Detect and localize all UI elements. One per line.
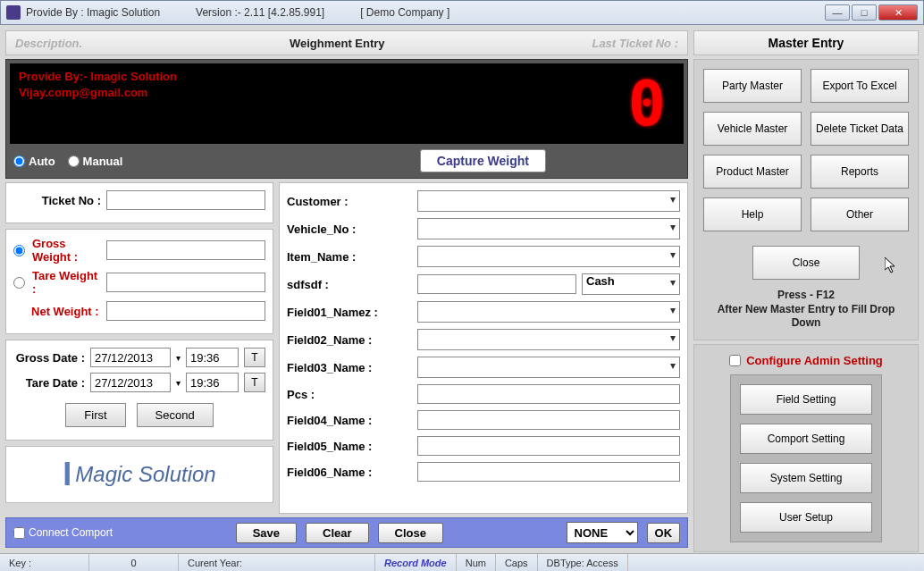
entry-header: Description. Weighment Entry Last Ticket… bbox=[5, 30, 688, 55]
gross-weight-label: Gross Weight : bbox=[32, 237, 101, 264]
master-close-button[interactable]: Close bbox=[752, 246, 860, 280]
admin-header[interactable]: Configure Admin Setting bbox=[729, 354, 883, 367]
other-button[interactable]: Other bbox=[811, 197, 909, 231]
f4-label: Field04_Name : bbox=[287, 414, 412, 427]
product-master-button[interactable]: Product Master bbox=[703, 155, 802, 189]
status-caps: Caps bbox=[496, 554, 538, 571]
f5-label: Field05_Name : bbox=[287, 440, 412, 453]
item-label: Item_Name : bbox=[287, 250, 412, 264]
tare-time-input[interactable] bbox=[186, 373, 239, 392]
title-provide: Provide By : Imagic Solution bbox=[26, 6, 160, 19]
customer-label: Customer : bbox=[287, 195, 412, 208]
tare-weight-label: Tare Weight : bbox=[32, 269, 101, 296]
status-bar: Key : 0 Curent Year: Record Mode Num Cap… bbox=[0, 553, 924, 571]
gross-weight-input[interactable] bbox=[106, 240, 265, 260]
master-hint: Press - F12 After New Master Entry to Fi… bbox=[703, 289, 909, 331]
ticket-label: Ticket No : bbox=[13, 194, 101, 207]
status-key: Key : bbox=[0, 554, 89, 571]
user-setup-button[interactable]: User Setup bbox=[740, 502, 872, 533]
save-button[interactable]: Save bbox=[236, 523, 297, 543]
second-button[interactable]: Second bbox=[137, 403, 214, 427]
f6-label: Field06_Name : bbox=[287, 466, 412, 479]
sdf-input[interactable] bbox=[417, 274, 576, 294]
net-weight-input[interactable] bbox=[106, 301, 265, 321]
status-keyval: 0 bbox=[89, 554, 179, 571]
customer-dropdown[interactable] bbox=[417, 190, 680, 212]
header-desc: Description. bbox=[15, 37, 82, 50]
mode-manual-radio[interactable] bbox=[68, 155, 80, 167]
gross-t-button[interactable]: T bbox=[244, 348, 265, 367]
status-db: DBType: Access bbox=[538, 554, 628, 571]
f2-dropdown[interactable] bbox=[417, 329, 680, 350]
f3-label: Field03_Name : bbox=[287, 361, 412, 374]
header-title: Weighment Entry bbox=[82, 37, 592, 50]
titlebar: Provide By : Imagic Solution Version :- … bbox=[0, 0, 924, 25]
close-button[interactable]: Close bbox=[378, 523, 443, 543]
gross-time-input[interactable] bbox=[186, 348, 239, 367]
logo: IMagic Solution bbox=[5, 446, 273, 503]
tare-date-input[interactable] bbox=[90, 373, 171, 392]
gross-date-input[interactable] bbox=[90, 348, 171, 367]
f5-input[interactable] bbox=[417, 436, 680, 456]
first-button[interactable]: First bbox=[65, 403, 125, 427]
lcd-digit: 0 bbox=[628, 67, 666, 140]
master-entry-header: Master Entry bbox=[693, 30, 919, 55]
gross-date-label: Gross Date : bbox=[13, 351, 85, 365]
f1-label: Field01_Namez : bbox=[287, 306, 412, 319]
none-select[interactable]: NONE bbox=[567, 522, 638, 543]
status-num: Num bbox=[457, 554, 496, 571]
tare-date-label: Tare Date : bbox=[13, 376, 85, 390]
f2-label: Field02_Name : bbox=[287, 333, 412, 347]
vehicle-master-button[interactable]: Vehicle Master bbox=[703, 112, 802, 146]
minimize-button[interactable]: — bbox=[825, 4, 850, 21]
f3-dropdown[interactable] bbox=[417, 357, 680, 378]
pcs-label: Pcs : bbox=[287, 388, 412, 401]
mode-auto-radio[interactable] bbox=[13, 155, 25, 167]
sdf-label: sdfsdf : bbox=[287, 278, 412, 291]
clear-button[interactable]: Clear bbox=[306, 523, 369, 543]
vehicle-label: Vehicle_No : bbox=[287, 223, 412, 236]
maximize-button[interactable]: □ bbox=[852, 4, 877, 21]
net-weight-label: Net Weight : bbox=[31, 305, 101, 318]
pcs-input[interactable] bbox=[417, 384, 680, 404]
connect-comport-check[interactable]: Connect Comport bbox=[13, 526, 113, 539]
capture-weight-button[interactable]: Capture Weight bbox=[420, 149, 546, 172]
export-excel-button[interactable]: Export To Excel bbox=[811, 69, 909, 103]
tare-weight-input[interactable] bbox=[106, 273, 265, 292]
comport-setting-button[interactable]: Comport Setting bbox=[740, 424, 872, 454]
title-version: Version :- 2.11 [4.2.85.991] bbox=[196, 6, 324, 19]
app-icon bbox=[6, 5, 21, 20]
ok-button[interactable]: OK bbox=[647, 523, 681, 543]
lcd-line1: Provide By:- Imagic Solution bbox=[19, 69, 177, 85]
mode-auto[interactable]: Auto bbox=[13, 155, 55, 168]
cash-dropdown[interactable]: Cash bbox=[582, 273, 680, 295]
title-company: [ Demo Company ] bbox=[360, 6, 449, 19]
lcd-line2: Vijay.comp@gmail.com bbox=[19, 85, 177, 101]
field-setting-button[interactable]: Field Setting bbox=[740, 384, 872, 415]
bottom-bar: Connect Comport Save Clear Close NONE OK bbox=[5, 517, 688, 548]
lcd-display: Provide By:- Imagic Solution Vijay.comp@… bbox=[10, 63, 684, 144]
ticket-input[interactable] bbox=[106, 190, 265, 210]
tare-weight-radio[interactable] bbox=[13, 277, 25, 289]
delete-ticket-button[interactable]: Delete Ticket Data bbox=[811, 112, 909, 146]
f1-dropdown[interactable] bbox=[417, 301, 680, 323]
status-record-mode: Record Mode bbox=[375, 554, 457, 571]
help-button[interactable]: Help bbox=[703, 197, 802, 231]
system-setting-button[interactable]: System Setting bbox=[740, 463, 872, 493]
header-last: Last Ticket No : bbox=[592, 37, 678, 50]
mode-manual[interactable]: Manual bbox=[68, 155, 123, 168]
party-master-button[interactable]: Party Master bbox=[703, 69, 802, 103]
display-panel: Provide By:- Imagic Solution Vijay.comp@… bbox=[5, 59, 688, 179]
f4-input[interactable] bbox=[417, 410, 680, 430]
vehicle-dropdown[interactable] bbox=[417, 218, 680, 239]
reports-button[interactable]: Reports bbox=[811, 155, 909, 189]
tare-t-button[interactable]: T bbox=[244, 373, 265, 392]
f6-input[interactable] bbox=[417, 462, 680, 482]
item-dropdown[interactable] bbox=[417, 246, 680, 267]
close-window-button[interactable]: ✕ bbox=[878, 4, 918, 21]
status-year: Curent Year: bbox=[179, 554, 375, 571]
gross-weight-radio[interactable] bbox=[13, 245, 25, 256]
